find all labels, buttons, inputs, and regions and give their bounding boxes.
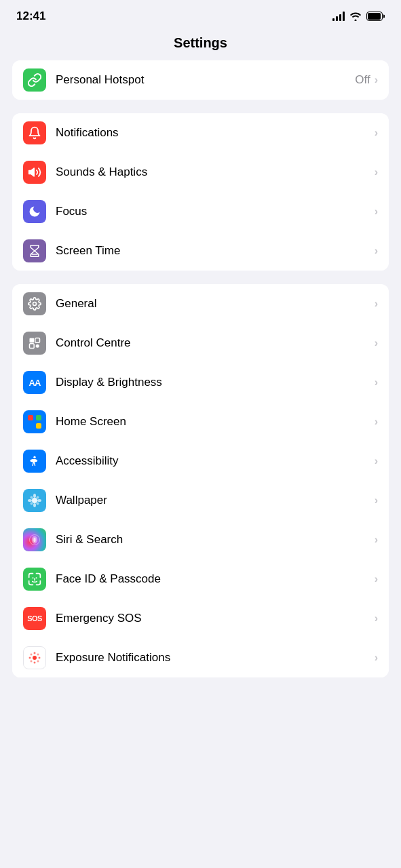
wifi-icon (349, 12, 362, 21)
svg-point-32 (31, 654, 33, 656)
wallpaper-chevron: › (375, 494, 378, 507)
svg-point-3 (33, 302, 37, 306)
sounds-haptics-row[interactable]: Sounds & Haptics › (12, 153, 389, 192)
exposure-chevron: › (375, 652, 378, 664)
svg-rect-10 (28, 423, 33, 429)
focus-chevron: › (375, 205, 378, 218)
wallpaper-row[interactable]: Wallpaper › (12, 481, 389, 520)
control-centre-label: Control Centre (56, 336, 375, 350)
accessibility-chevron: › (375, 455, 378, 467)
accessibility-label: Accessibility (56, 454, 375, 468)
face-id-icon (23, 568, 46, 591)
svg-point-26 (36, 577, 37, 578)
svg-point-24 (33, 538, 35, 542)
home-screen-icon (23, 410, 46, 433)
display-icon-text: AA (29, 378, 41, 387)
svg-point-29 (34, 662, 36, 664)
svg-point-12 (33, 456, 35, 458)
notifications-icon (23, 121, 46, 144)
siri-chevron: › (375, 534, 378, 546)
hotspot-icon (23, 68, 46, 92)
home-screen-chevron: › (375, 416, 378, 428)
status-time: 12:41 (16, 9, 45, 23)
svg-point-30 (29, 657, 31, 659)
emergency-sos-icon: SOS (23, 607, 46, 630)
screen-time-chevron: › (375, 245, 378, 257)
face-id-row[interactable]: Face ID & Passcode › (12, 559, 389, 599)
display-label: Display & Brightness (56, 376, 375, 389)
screen-time-label: Screen Time (56, 244, 375, 258)
svg-point-33 (37, 654, 39, 656)
page-title: Settings (0, 28, 401, 60)
emergency-sos-label: Emergency SOS (56, 612, 375, 625)
screen-time-row[interactable]: Screen Time › (12, 231, 389, 271)
focus-row[interactable]: Focus › (12, 192, 389, 231)
svg-rect-1 (368, 13, 381, 20)
svg-point-7 (36, 344, 39, 348)
svg-rect-5 (35, 338, 40, 343)
exposure-notifications-row[interactable]: Exposure Notifications › (12, 638, 389, 677)
hotspot-group: Personal Hotspot Off › (12, 60, 389, 100)
display-brightness-row[interactable]: AA Display & Brightness › (12, 363, 389, 402)
accessibility-icon (23, 450, 46, 473)
sounds-label: Sounds & Haptics (56, 165, 375, 179)
notifications-row[interactable]: Notifications › (12, 113, 389, 153)
exposure-label: Exposure Notifications (56, 651, 375, 665)
control-centre-row[interactable]: Control Centre › (12, 323, 389, 363)
sos-text: SOS (27, 614, 42, 623)
exposure-icon (23, 646, 46, 669)
personal-hotspot-row[interactable]: Personal Hotspot Off › (12, 60, 389, 100)
display-icon: AA (23, 371, 46, 394)
general-row[interactable]: General › (12, 284, 389, 323)
svg-point-28 (34, 652, 36, 654)
display-chevron: › (375, 376, 378, 389)
notifications-chevron: › (375, 127, 378, 139)
hotspot-chevron: › (375, 74, 378, 86)
svg-point-34 (31, 660, 33, 663)
focus-icon (23, 200, 46, 223)
control-centre-icon (23, 332, 46, 355)
face-id-chevron: › (375, 573, 378, 585)
general-group: General › Control Centre › AA Display & … (12, 284, 389, 677)
notifications-label: Notifications (56, 126, 375, 140)
svg-point-15 (33, 503, 36, 507)
hotspot-label: Personal Hotspot (56, 73, 355, 87)
sounds-icon (23, 161, 46, 184)
svg-point-17 (37, 499, 41, 502)
signal-icon (332, 12, 345, 21)
wallpaper-icon (23, 489, 46, 512)
accessibility-row[interactable]: Accessibility › (12, 441, 389, 481)
emergency-sos-chevron: › (375, 612, 378, 625)
hotspot-value: Off (355, 73, 370, 87)
screen-time-icon (23, 239, 46, 262)
svg-point-31 (39, 657, 41, 659)
status-icons (332, 12, 385, 21)
svg-rect-11 (36, 423, 41, 429)
svg-rect-9 (36, 415, 41, 420)
svg-marker-2 (29, 168, 35, 176)
battery-icon (366, 12, 385, 21)
wallpaper-label: Wallpaper (56, 494, 375, 507)
status-bar: 12:41 (0, 0, 401, 28)
face-id-label: Face ID & Passcode (56, 572, 375, 586)
home-screen-row[interactable]: Home Screen › (12, 402, 389, 441)
svg-rect-4 (30, 338, 35, 343)
general-icon (23, 292, 46, 315)
focus-label: Focus (56, 205, 375, 218)
svg-point-27 (33, 656, 37, 660)
notifications-group: Notifications › Sounds & Haptics › Focus… (12, 113, 389, 271)
control-centre-chevron: › (375, 337, 378, 349)
siri-label: Siri & Search (56, 533, 375, 547)
svg-point-25 (33, 577, 34, 578)
svg-point-16 (28, 499, 32, 502)
svg-point-14 (33, 494, 36, 498)
general-chevron: › (375, 298, 378, 310)
svg-point-13 (32, 498, 37, 503)
general-label: General (56, 297, 375, 311)
svg-point-35 (37, 660, 39, 663)
home-screen-label: Home Screen (56, 415, 375, 429)
siri-icon (23, 528, 46, 551)
emergency-sos-row[interactable]: SOS Emergency SOS › (12, 599, 389, 638)
siri-search-row[interactable]: Siri & Search › (12, 520, 389, 559)
svg-rect-8 (28, 415, 33, 420)
